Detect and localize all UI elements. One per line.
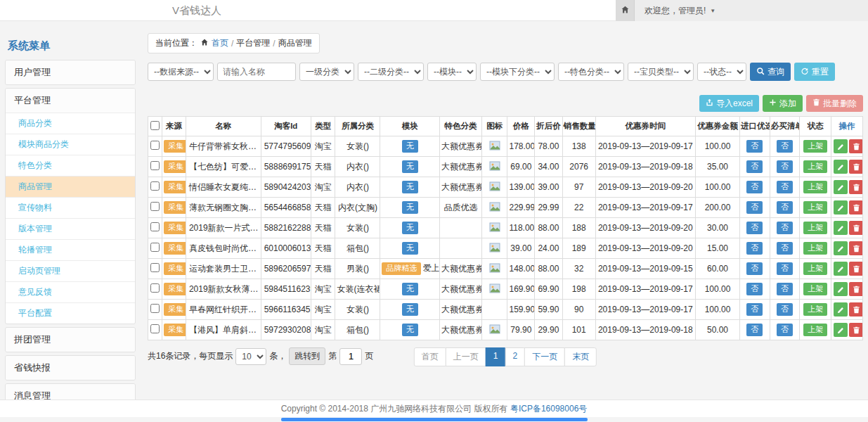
row-checkbox[interactable] — [150, 202, 160, 211]
edit-button[interactable] — [834, 139, 848, 153]
must-buy-badge[interactable]: 否 — [777, 262, 793, 275]
status-badge[interactable]: 上架 — [803, 181, 827, 193]
filter-select-3[interactable]: --模块-- — [427, 63, 477, 81]
pagination-button[interactable]: 末页 — [564, 347, 597, 366]
sidebar-subitem[interactable]: 轮播管理 — [6, 239, 135, 260]
must-buy-badge[interactable]: 否 — [777, 140, 793, 153]
batch-delete-button[interactable]: 批量删除 — [806, 95, 863, 112]
row-checkbox[interactable] — [150, 283, 160, 293]
sidebar-item-3[interactable]: 省钱快报 — [6, 356, 135, 380]
sidebar-subitem[interactable]: 模块商品分类 — [6, 134, 135, 155]
row-checkbox[interactable] — [150, 324, 160, 333]
import-select-badge[interactable]: 否 — [746, 201, 763, 214]
delete-button[interactable] — [849, 241, 862, 255]
pagination-button[interactable]: 上一页 — [446, 347, 486, 366]
filter-select-5[interactable]: --特色分类-- — [558, 63, 624, 81]
import-select-badge[interactable]: 否 — [746, 283, 763, 295]
delete-button[interactable] — [849, 200, 862, 215]
edit-button[interactable] — [834, 221, 848, 235]
import-select-badge[interactable]: 否 — [746, 303, 763, 316]
page-number-input[interactable] — [339, 348, 362, 365]
status-badge[interactable]: 上架 — [803, 324, 827, 336]
filter-select-2[interactable]: --二级分类-- — [358, 63, 424, 81]
delete-button[interactable] — [849, 160, 862, 174]
search-button[interactable]: 查询 — [750, 63, 791, 81]
filter-select-6[interactable]: --宝贝类型-- — [628, 63, 694, 81]
import-excel-button[interactable]: 导入excel — [699, 95, 759, 112]
must-buy-badge[interactable]: 否 — [777, 201, 793, 214]
pagination-button[interactable]: 1 — [486, 347, 506, 366]
edit-button[interactable] — [834, 302, 848, 316]
edit-button[interactable] — [834, 200, 848, 215]
icp-link[interactable]: 粤ICP备16098006号 — [510, 404, 587, 414]
status-badge[interactable]: 上架 — [803, 201, 827, 214]
filter-select-4[interactable]: --模块下分类-- — [480, 63, 555, 81]
filter-select-source[interactable]: --数据来源-- — [148, 63, 214, 81]
row-checkbox[interactable] — [150, 304, 160, 313]
import-select-badge[interactable]: 否 — [746, 160, 763, 173]
reset-button[interactable]: 重置 — [794, 63, 835, 81]
sidebar-subitem[interactable]: 平台配置 — [6, 302, 135, 324]
sidebar-item-0[interactable]: 用户管理 — [6, 60, 135, 84]
must-buy-badge[interactable]: 否 — [777, 303, 793, 316]
must-buy-badge[interactable]: 否 — [777, 222, 793, 234]
status-badge[interactable]: 上架 — [803, 262, 827, 275]
edit-button[interactable] — [834, 180, 848, 194]
status-badge[interactable]: 上架 — [803, 160, 827, 173]
must-buy-badge[interactable]: 否 — [777, 160, 793, 173]
must-buy-badge[interactable]: 否 — [777, 283, 793, 295]
sidebar-subitem[interactable]: 启动页管理 — [6, 260, 135, 281]
delete-button[interactable] — [849, 262, 862, 276]
breadcrumb-home-link[interactable]: 首页 — [212, 37, 228, 49]
sidebar-item-2[interactable]: 拼团管理 — [6, 328, 135, 352]
import-select-badge[interactable]: 否 — [746, 181, 763, 193]
delete-button[interactable] — [849, 139, 862, 153]
row-checkbox[interactable] — [150, 222, 160, 231]
import-select-badge[interactable]: 否 — [746, 324, 763, 336]
filter-select-7[interactable]: --状态-- — [697, 63, 746, 81]
status-badge[interactable]: 上架 — [803, 303, 827, 316]
filter-select-1[interactable]: 一级分类 — [299, 63, 354, 81]
sidebar-subitem[interactable]: 商品管理 — [6, 176, 135, 197]
delete-button[interactable] — [849, 282, 862, 296]
status-badge[interactable]: 上架 — [803, 222, 827, 234]
row-checkbox[interactable] — [150, 161, 160, 170]
add-button[interactable]: 添加 — [763, 95, 803, 112]
delete-button[interactable] — [849, 180, 862, 194]
sidebar-item-1[interactable]: 平台管理 — [6, 89, 135, 113]
status-badge[interactable]: 上架 — [803, 283, 827, 295]
import-select-badge[interactable]: 否 — [746, 140, 763, 153]
row-checkbox[interactable] — [150, 243, 160, 252]
horizontal-scrollbar-thumb[interactable] — [281, 418, 588, 421]
jump-button[interactable]: 跳转到 — [289, 347, 325, 365]
sidebar-subitem[interactable]: 特色分类 — [6, 155, 135, 176]
pagination-button[interactable]: 首页 — [414, 347, 446, 366]
name-search-input[interactable] — [217, 63, 296, 81]
select-all-checkbox[interactable] — [150, 121, 160, 130]
status-badge[interactable]: 上架 — [803, 242, 827, 255]
sidebar-subitem[interactable]: 宣传物料 — [6, 197, 135, 218]
must-buy-badge[interactable]: 否 — [777, 242, 793, 255]
status-badge[interactable]: 上架 — [803, 140, 827, 153]
sidebar-subitem[interactable]: 商品分类 — [6, 113, 135, 134]
edit-button[interactable] — [834, 160, 848, 174]
page-size-select[interactable]: 10 — [235, 348, 266, 365]
must-buy-badge[interactable]: 否 — [777, 324, 793, 336]
edit-button[interactable] — [834, 323, 848, 337]
sidebar-item-4[interactable]: 消息管理 — [6, 384, 135, 399]
home-button[interactable] — [616, 0, 635, 21]
edit-button[interactable] — [834, 262, 848, 276]
delete-button[interactable] — [849, 302, 862, 316]
pagination-button[interactable]: 下一页 — [524, 347, 565, 366]
row-checkbox[interactable] — [150, 263, 160, 272]
row-checkbox[interactable] — [150, 141, 160, 150]
user-menu[interactable]: 欢迎您，管理员! ▼ — [635, 0, 868, 21]
edit-button[interactable] — [834, 241, 848, 255]
must-buy-badge[interactable]: 否 — [777, 181, 793, 193]
delete-button[interactable] — [849, 221, 862, 235]
sidebar-subitem[interactable]: 意见反馈 — [6, 281, 135, 302]
delete-button[interactable] — [849, 323, 862, 337]
row-checkbox[interactable] — [150, 181, 160, 191]
edit-button[interactable] — [834, 282, 848, 296]
pagination-button[interactable]: 2 — [505, 347, 526, 366]
